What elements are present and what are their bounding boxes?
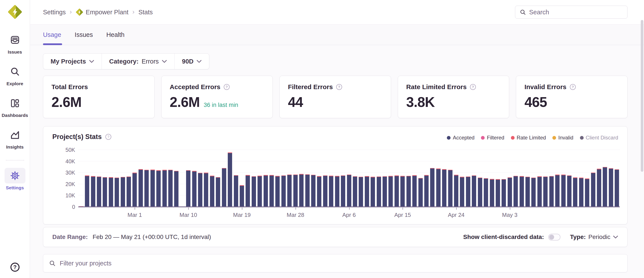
- chart-bar-accepted-segment: [531, 178, 536, 207]
- legend-label: Rate Limited: [517, 135, 546, 141]
- chart-bar: [418, 178, 423, 207]
- client-discard-toggle[interactable]: [548, 234, 560, 241]
- chart-bar-accepted-segment: [287, 175, 292, 207]
- chart-bar: [573, 177, 577, 207]
- tab-usage[interactable]: Usage: [43, 24, 61, 45]
- legend-item-rate-limited[interactable]: Rate Limited: [511, 135, 546, 141]
- gridline: [78, 150, 620, 150]
- chart-bar: [514, 176, 518, 207]
- y-axis-label: 0: [56, 204, 75, 210]
- chart-bar-accepted-segment: [305, 175, 310, 207]
- sidebar-item-settings[interactable]: Settings: [0, 168, 30, 190]
- breadcrumb-stats: Stats: [138, 9, 153, 16]
- sidebar-item-label: Dashboards: [2, 113, 28, 118]
- active-tab-underline: [43, 43, 62, 45]
- legend-item-filtered[interactable]: Filtered: [481, 135, 504, 141]
- chart-bar: [156, 170, 161, 207]
- chart-bar: [585, 179, 589, 207]
- legend-item-client-discard[interactable]: Client Discard: [580, 135, 618, 141]
- category-dropdown[interactable]: Category: Errors: [102, 53, 174, 69]
- topbar: Settings › Empower Plant › Stats: [30, 0, 644, 24]
- sidebar-item-insights[interactable]: Insights: [0, 127, 30, 150]
- chart-bar: [472, 175, 476, 207]
- chart-bar: [287, 175, 292, 207]
- sidebar-item-issues[interactable]: Issues: [0, 32, 30, 55]
- chart-bar-accepted-segment: [270, 176, 274, 207]
- chevron-down-icon: [196, 60, 202, 63]
- chart-bar-accepted-segment: [526, 177, 530, 207]
- legend-item-invalid[interactable]: Invalid: [552, 135, 573, 141]
- breadcrumb-project[interactable]: Empower Plant: [76, 8, 128, 16]
- sidebar-item-dashboards[interactable]: Dashboards: [0, 95, 30, 118]
- tab-label: Health: [106, 31, 125, 38]
- chart-bar: [198, 173, 202, 207]
- chart-bar: [424, 175, 428, 207]
- legend-dot: [481, 136, 485, 140]
- chart-bar-accepted-segment: [246, 176, 250, 207]
- tab-health[interactable]: Health: [106, 24, 125, 45]
- legend-item-accepted[interactable]: Accepted: [447, 135, 474, 141]
- question-circle-icon[interactable]: [105, 134, 112, 140]
- type-dropdown[interactable]: Type: Periodic: [570, 234, 618, 241]
- x-axis-label: Apr 15: [394, 212, 411, 218]
- help-button[interactable]: [10, 262, 20, 272]
- project-filter-input[interactable]: [60, 260, 622, 267]
- type-value: Periodic: [588, 234, 610, 241]
- toggle-knob: [549, 235, 554, 240]
- project-logo-icon: [76, 8, 83, 16]
- main-content: My Projects Category: Errors 90D Total E…: [30, 45, 644, 278]
- chart-bar: [299, 174, 304, 207]
- x-axis-tick: [349, 208, 350, 210]
- chart-bar-accepted-segment: [609, 169, 613, 207]
- chart-bar: [371, 177, 375, 207]
- org-logo-icon[interactable]: [8, 5, 22, 19]
- dashboards-grid-icon: [4, 95, 26, 111]
- chart-bar-accepted-segment: [311, 175, 316, 207]
- project-selector-dropdown[interactable]: My Projects: [43, 53, 102, 69]
- question-circle-icon[interactable]: [470, 84, 476, 90]
- chart-bar: [168, 170, 172, 207]
- chart-bar: [216, 177, 220, 207]
- date-range-bar: Date Range: Feb 20 — May 21 (+00:00 UTC,…: [43, 227, 628, 247]
- scrollbar-thumb[interactable]: [641, 20, 643, 172]
- question-circle-icon[interactable]: [336, 84, 342, 90]
- chart-bar: [150, 170, 155, 207]
- chart-bar-accepted-segment: [466, 177, 470, 207]
- chart-bar: [132, 173, 137, 207]
- chart-bar-accepted-segment: [448, 170, 452, 207]
- stat-card-value: 465: [524, 94, 547, 110]
- chart-bar-accepted-segment: [198, 173, 202, 207]
- chart-bar: [406, 176, 411, 207]
- chart-bar: [258, 176, 262, 207]
- chart-bar: [615, 169, 619, 207]
- sidebar-divider: [6, 160, 24, 160]
- chart-bar-accepted-segment: [573, 178, 577, 207]
- insights-chart-icon: [4, 127, 26, 143]
- chart-bar-accepted-segment: [138, 170, 143, 207]
- chart-bar: [85, 175, 89, 207]
- question-circle-icon[interactable]: [570, 84, 576, 90]
- chart-bar-accepted-segment: [317, 177, 321, 207]
- x-axis-label: May 3: [502, 212, 518, 218]
- legend-dot: [447, 136, 450, 140]
- issues-icon: [4, 32, 26, 48]
- chart-bar: [282, 175, 286, 207]
- chart-bar-accepted-segment: [591, 173, 595, 207]
- global-search[interactable]: [515, 6, 628, 19]
- chart-bar: [508, 177, 512, 207]
- chart-bar-accepted-segment: [472, 176, 476, 207]
- chart-bar: [234, 175, 238, 207]
- period-dropdown[interactable]: 90D: [174, 53, 209, 69]
- stat-card-title: Total Errors: [52, 83, 88, 91]
- chart-bar: [555, 175, 560, 207]
- question-circle-icon[interactable]: [224, 84, 230, 90]
- search-input[interactable]: [529, 9, 623, 16]
- chart-bar: [377, 177, 381, 207]
- y-axis-label: 20K: [56, 181, 75, 187]
- tab-issues[interactable]: Issues: [75, 24, 93, 45]
- chart-bar-accepted-segment: [234, 176, 238, 207]
- project-filter-search[interactable]: [43, 254, 628, 272]
- breadcrumb-settings[interactable]: Settings: [43, 9, 66, 16]
- sidebar-item-explore[interactable]: Explore: [0, 64, 30, 86]
- stat-card-value: 2.6M: [170, 94, 200, 110]
